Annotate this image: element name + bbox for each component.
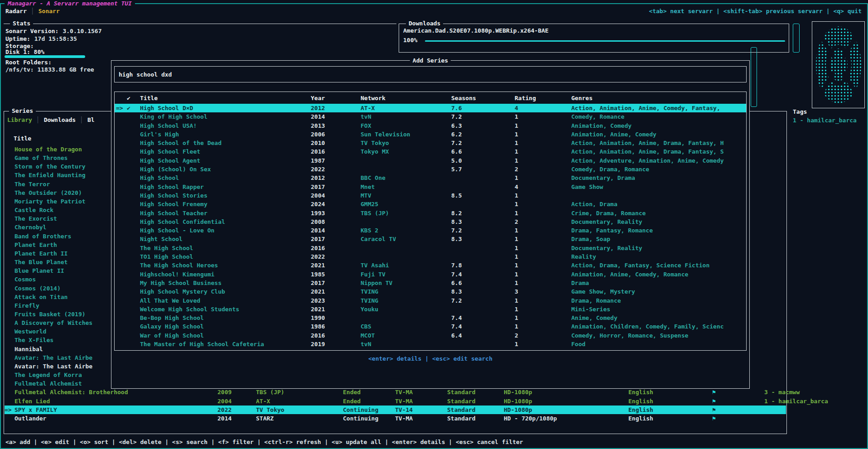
search-result-row[interactable]: High School Stories2004MTV8.51: [115, 191, 746, 200]
search-result-row[interactable]: All That We Loved2023TVING7.21Drama, Rom…: [115, 296, 746, 305]
result-network: Mnet: [361, 183, 375, 191]
selection-arrow-icon: =>: [116, 104, 123, 112]
tab-separator: │: [31, 8, 34, 15]
result-seasons: 6.2: [451, 130, 462, 139]
result-year: 2024: [311, 200, 325, 208]
series-row[interactable]: =>SPY x FAMILY2022TV TokyoContinuingTV-1…: [5, 406, 786, 414]
search-result-row[interactable]: High (School) On Sex20225.72Comedy, Dram…: [115, 165, 746, 174]
result-year: 2014: [311, 112, 325, 121]
frame-border-left: [0, 3, 1, 449]
search-result-row[interactable]: Galaxy High School1986CBS7.41Animation, …: [115, 322, 746, 331]
tab-blocklist[interactable]: Bl: [87, 116, 95, 124]
tab-library[interactable]: Library: [7, 116, 32, 124]
series-year: 2014: [217, 414, 231, 423]
search-result-row[interactable]: High School2012BBC One1Documentary, Dram…: [115, 174, 746, 182]
search-result-row[interactable]: My High School Business2017Nippon TV6.61…: [115, 279, 746, 287]
search-result-row[interactable]: Night School2017Caracol TV8.31Drama, Soa…: [115, 235, 746, 243]
search-result-row[interactable]: Be-Bop High School19907.41Anime, Comedy: [115, 314, 746, 322]
search-result-row[interactable]: High School Agent19875.01Action, Adventu…: [115, 156, 746, 165]
results-body: =>✔High School D×D2012AT-X7.64Action, An…: [115, 104, 746, 348]
search-result-row[interactable]: High School Frenemy2024GMM251Action, Dra…: [115, 200, 746, 208]
result-seasons: 6.4: [451, 331, 462, 340]
result-network: TV Asahi: [361, 261, 389, 270]
search-result-row[interactable]: King of High School2014tvN7.21Comedy, Ro…: [115, 112, 746, 121]
tag-icon: ⚑: [712, 406, 716, 414]
series-title: Outlander: [14, 414, 46, 423]
search-result-row[interactable]: High School Teacher1993TBS (JP)8.21Crime…: [115, 209, 746, 217]
search-result-row[interactable]: High School Fleet2016Tokyo MX6.61Action,…: [115, 147, 746, 156]
selection-arrow-icon: =>: [5, 406, 12, 414]
result-seasons: 8.3: [451, 287, 462, 296]
series-row[interactable]: Elfen Lied2004AT-XEndedTV-MAStandardHD-1…: [5, 397, 786, 406]
search-result-row[interactable]: High School Mystery Club2021TVING8.33Gam…: [115, 287, 746, 296]
results-column-header: Year: [311, 93, 325, 103]
results-column-header: Rating: [515, 93, 536, 103]
result-network: Caracol TV: [361, 235, 396, 243]
add-series-search-input[interactable]: [114, 66, 747, 82]
series-network: STARZ: [256, 414, 274, 423]
result-genres: Crime, Drama, Romance: [571, 209, 745, 217]
result-rating: 1: [515, 340, 518, 348]
search-result-row[interactable]: High School - Love On2014KBS 27.21Drama,…: [115, 226, 746, 235]
result-network: Sun Television: [361, 130, 410, 139]
result-title: Girl's High: [140, 130, 179, 139]
series-title: Castle Rock: [14, 206, 53, 214]
result-title: Night School: [140, 235, 183, 243]
result-genres: Drama: [571, 279, 745, 287]
tab-sonarr[interactable]: Sonarr: [39, 8, 60, 15]
result-year: 2021: [311, 261, 325, 270]
result-network: AT-X: [361, 104, 375, 112]
series-row[interactable]: Fullmetal Alchemist: Brotherhood2009TBS …: [5, 388, 786, 396]
series-title: Moriarty the Patriot: [14, 197, 86, 206]
series-network: TBS (JP): [256, 388, 285, 396]
search-result-row[interactable]: War of High School2016MCOT6.42Comedy, Ho…: [115, 331, 746, 340]
result-network: Nippon TV: [361, 279, 392, 287]
result-year: 2008: [311, 217, 325, 226]
tab-separator: │: [80, 116, 83, 124]
result-genres: Comedy, Horror, Romance, Suspense: [571, 331, 745, 340]
search-result-row[interactable]: TO1 High School20221Reality: [115, 252, 746, 261]
downloads-scrollbar-track: [793, 24, 800, 53]
search-result-row[interactable]: =>✔High School D×D2012AT-X7.64Action, An…: [115, 104, 746, 112]
series-quality: HD-1080p: [504, 388, 532, 396]
search-result-row[interactable]: High School Rapper2017Mnet4Game Show: [115, 183, 746, 191]
result-network: MTV: [361, 191, 371, 200]
result-seasons: 6.3: [451, 121, 462, 130]
search-result-row[interactable]: The High School20161Documentary, Reality: [115, 244, 746, 252]
result-title: High School Confidential: [140, 217, 225, 226]
result-seasons: 7.8: [451, 261, 462, 270]
series-network: TV Tokyo: [256, 406, 285, 414]
series-quality: HD-1080p: [504, 397, 532, 406]
search-result-row[interactable]: High School Confidential20088.32Document…: [115, 217, 746, 226]
result-year: 2017: [311, 235, 325, 243]
search-result-row[interactable]: High School USA!2013FOX6.31Animation, Co…: [115, 121, 746, 130]
uptime-row: Uptime:17d 15:58:35: [5, 35, 77, 42]
search-result-row[interactable]: Girl's High2006Sun Television6.21Animati…: [115, 130, 746, 139]
root-folder-value: /nfs/tv: 11833.88 GB free: [5, 66, 94, 73]
sonarr-version-value: 3.0.10.1567: [63, 28, 101, 34]
download-item-title[interactable]: American.Dad.S20E07.1080p.WEBRip.x264-BA…: [403, 27, 549, 34]
result-title: King of High School: [140, 112, 207, 121]
disk-usage-label: Disk 1: 80%: [5, 48, 44, 55]
series-title: Cosmos: [14, 275, 36, 284]
result-genres: Action, Animation, Anime, Drama, Fantasy…: [571, 147, 745, 156]
result-seasons: 7.6: [451, 104, 462, 112]
result-seasons: 7.2: [451, 296, 462, 305]
search-result-row[interactable]: Welcome High School Students2021Youku1Mi…: [115, 305, 746, 314]
series-title: The Terror: [14, 180, 50, 188]
uptime-label: Uptime:: [5, 35, 30, 42]
download-progress-percent: 100%: [403, 37, 417, 44]
result-network: TVING: [361, 287, 378, 296]
series-tabs: Library │ Downloads │ Bl: [7, 116, 95, 124]
search-result-row[interactable]: Highschool! Kimengumi1985Fuji TV7.41Anim…: [115, 270, 746, 279]
search-result-row[interactable]: The Master of High School Cafeteria2019t…: [115, 340, 746, 348]
search-result-row[interactable]: High School of the Dead2010TV Tokyo7.21A…: [115, 139, 746, 147]
result-genres: Action, Drama: [571, 200, 745, 208]
series-title: Cosmos (2014): [14, 284, 61, 293]
tab-downloads[interactable]: Downloads: [44, 116, 76, 124]
tab-radarr[interactable]: Radarr: [5, 8, 27, 15]
result-genres: [571, 191, 745, 200]
series-row[interactable]: Outlander2014STARZContinuingTV-MAStandar…: [5, 414, 786, 423]
series-quality: HD - 720p/1080p: [504, 414, 557, 423]
search-result-row[interactable]: The High School Heroes2021TV Asahi7.81Ac…: [115, 261, 746, 270]
